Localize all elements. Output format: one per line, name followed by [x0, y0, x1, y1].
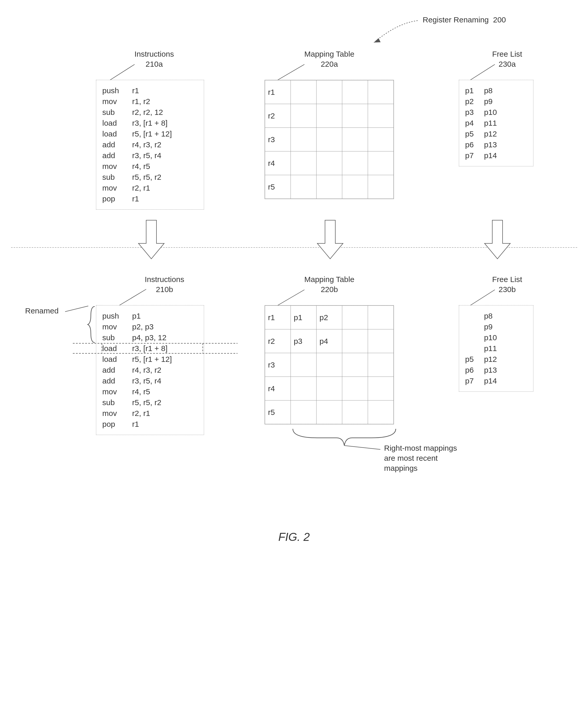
renamed-brace: [87, 305, 96, 346]
map-cell: [342, 80, 368, 104]
instructions-b-list: pushp1movp2, p3subp4, p3, 12loadr3, [r1 …: [102, 310, 197, 429]
map-cell: [368, 377, 394, 401]
map-cell: [342, 104, 368, 128]
freelist-entry: p2: [465, 96, 474, 107]
instruction-op: mov: [102, 183, 126, 194]
map-cell: [316, 175, 342, 199]
instruction-row: loadr3, [r1 + 8]: [102, 118, 197, 128]
map-cell: p4: [316, 329, 342, 353]
instruction-op: sub: [102, 172, 126, 183]
freelist-entry: p3: [465, 107, 474, 118]
map-cell: [291, 175, 316, 199]
freelist-entry: p7: [465, 376, 474, 386]
instruction-op: load: [102, 128, 126, 139]
instructions-b-label-text: Instructions: [145, 274, 184, 284]
instruction-args: r2, r1: [132, 408, 197, 419]
freelist-entry: p7: [465, 150, 474, 161]
arrow-down-2: [316, 219, 344, 260]
instructions-a-num: 210a: [134, 59, 174, 69]
arrow-down-1: [137, 219, 166, 260]
note-line2: are most recent: [384, 453, 457, 463]
instruction-args: r4, r5: [132, 161, 197, 172]
map-cell: p1: [291, 306, 316, 329]
instruction-op: mov: [102, 96, 126, 107]
instruction-row: addr3, r5, r4: [102, 150, 197, 161]
instruction-args: r4, r5: [132, 386, 197, 397]
map-cell: [368, 152, 394, 175]
mapping-a-label: Mapping Table 220a: [304, 49, 355, 69]
diagram-title-text: Register Renaming: [423, 16, 489, 24]
instruction-row: movr4, r5: [102, 161, 197, 172]
instruction-row: addr4, r3, r2: [102, 365, 197, 376]
map-cell: [291, 377, 316, 401]
map-cell: [342, 175, 368, 199]
instruction-args: r5, r5, r2: [132, 172, 197, 183]
freelist-b-col2: p8p9p10p11p12p13p14: [484, 310, 497, 386]
instruction-row: subr5, r5, r2: [102, 397, 197, 408]
map-cell: [368, 329, 394, 353]
mapping-note-brace: [290, 427, 398, 452]
map-cell: [342, 329, 368, 353]
instruction-row: pushr1: [102, 85, 197, 96]
mapping-a-box: r1r2r3r4r5: [265, 80, 394, 199]
map-cell: [342, 377, 368, 401]
arrow-down-3: [483, 219, 511, 260]
instruction-args: r3, r5, r4: [132, 150, 197, 161]
map-cell: [291, 80, 316, 104]
map-row-label: r2: [265, 329, 291, 353]
map-cell: [291, 353, 316, 377]
instruction-row: addr3, r5, r4: [102, 376, 197, 386]
mapping-b-box: r1p1p2r2p3p4r3r4r5: [265, 305, 394, 424]
instruction-row: movp2, p3: [102, 321, 197, 332]
instruction-op: mov: [102, 161, 126, 172]
instruction-args: r5, [r1 + 12]: [132, 128, 197, 139]
note-line1: Right-most mappings: [384, 443, 457, 453]
mapping-a-num: 220a: [304, 59, 355, 69]
freelist-entry: p13: [484, 139, 497, 150]
map-cell: [368, 353, 394, 377]
map-cell: [342, 353, 368, 377]
instructions-a-label-text: Instructions: [134, 49, 174, 59]
freelist-entry: p9: [484, 321, 497, 332]
instruction-op: mov: [102, 386, 126, 397]
instruction-args: p1: [132, 310, 197, 321]
mapping-b-num: 220b: [304, 284, 355, 295]
map-cell: [316, 152, 342, 175]
map-cell: [316, 104, 342, 128]
instruction-args: p2, p3: [132, 321, 197, 332]
freelist-entry: p9: [484, 96, 497, 107]
instruction-op: sub: [102, 397, 126, 408]
map-cell: [342, 401, 368, 424]
map-cell: [291, 401, 316, 424]
instruction-row: movr2, r1: [102, 408, 197, 419]
mapping-note: Right-most mappings are most recent mapp…: [384, 443, 457, 473]
freelist-entry: p8: [484, 310, 497, 321]
freelist-a-col2: p8p9p10p11p12p13p14: [484, 85, 497, 161]
instruction-op: add: [102, 376, 126, 386]
freelist-entry: p11: [484, 343, 497, 354]
freelist-entry: p4: [465, 118, 474, 128]
map-row-label: r2: [265, 104, 291, 128]
freelist-a-col1: p1p2p3p4p5p6p7: [465, 85, 474, 161]
instruction-op: add: [102, 150, 126, 161]
map-cell: [342, 152, 368, 175]
map-cell: [368, 128, 394, 152]
instruction-op: mov: [102, 408, 126, 419]
map-cell: [291, 128, 316, 152]
instruction-row: popr1: [102, 194, 197, 204]
instruction-args: r2, r1: [132, 183, 197, 194]
mapping-b-table: r1p1p2r2p3p4r3r4r5: [265, 305, 394, 424]
map-cell: [316, 80, 342, 104]
map-cell: [316, 353, 342, 377]
freelist-a-inner: p1p2p3p4p5p6p7 p8p9p10p11p12p13p14: [465, 85, 527, 161]
freelist-entry: p12: [484, 128, 497, 139]
freelist-b-inner: p5p6p7 p8p9p10p11p12p13p14: [465, 310, 527, 386]
instruction-row: popr1: [102, 419, 197, 429]
instruction-args: p4, p3, 12: [132, 332, 197, 343]
map-row-label: r4: [265, 152, 291, 175]
instruction-args: r3, [r1 + 8]: [132, 118, 197, 128]
freelist-entry: p5: [465, 354, 474, 365]
instruction-args: r5, r5, r2: [132, 397, 197, 408]
map-cell: [316, 377, 342, 401]
figure-caption: FIG. 2: [11, 530, 577, 543]
